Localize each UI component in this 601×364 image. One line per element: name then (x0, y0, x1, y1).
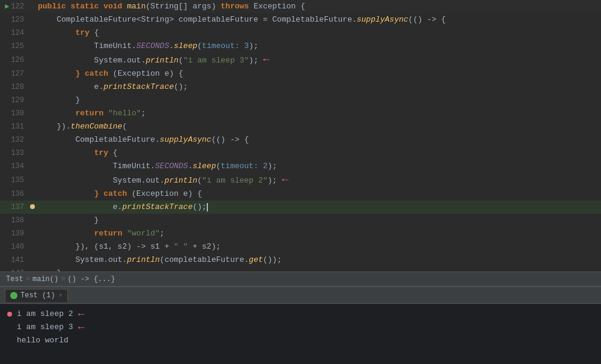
line-content-132: CompletableFuture.supplyAsync(() -> { (35, 133, 601, 147)
line-bp-128 (30, 80, 35, 94)
code-line-140: 140 }), (s1, s2) -> s1 + " " + s2); (0, 240, 601, 253)
line-content-123: CompletableFuture<String> completableFut… (35, 13, 601, 26)
line-content-137: e.printStackTrace(); (35, 201, 601, 214)
line-number-129: 129 (0, 94, 30, 107)
terminal-line-1: i am sleep 3← (7, 321, 594, 334)
code-line-133: 133 try { (0, 147, 601, 160)
line-bp-132 (30, 133, 35, 147)
line-number-137: 137 (0, 201, 30, 214)
code-line-141: 141 System.out.println(completableFuture… (0, 253, 601, 267)
line-content-136: } catch (Exception e) { (35, 187, 601, 201)
line-number-122: ▶122 (0, 0, 30, 13)
terminal-tab-close[interactable]: × (59, 292, 63, 299)
code-line-128: 128 e.printStackTrace(); (0, 80, 601, 94)
line-content-129: } (35, 94, 601, 107)
line-bp-129 (30, 94, 35, 107)
line-bp-126 (30, 53, 35, 67)
code-line-126: 126 System.out.println("i am sleep 3");← (0, 53, 601, 67)
line-number-142: 142 (0, 267, 30, 271)
line-number-131: 131 (0, 120, 30, 133)
line-content-134: TimeUnit.SECONDS.sleep(timeout: 2); (35, 160, 601, 173)
line-number-130: 130 (0, 107, 30, 120)
terminal-arrow-1: ← (78, 321, 85, 334)
line-content-124: try { (35, 26, 601, 40)
code-line-136: 136 } catch (Exception e) { (0, 187, 601, 201)
line-content-140: }), (s1, s2) -> s1 + " " + s2); (35, 240, 601, 253)
terminal-dot (7, 312, 12, 317)
breadcrumb: Test > main() > () -> {...} (0, 271, 601, 286)
line-content-138: } (35, 214, 601, 227)
line-bp-142 (30, 267, 35, 271)
arrow-annotation-135: ← (282, 174, 288, 186)
code-line-135: 135 System.out.println("i am sleep 2");← (0, 173, 601, 187)
line-number-140: 140 (0, 240, 30, 253)
code-line-129: 129 } (0, 94, 601, 107)
line-number-141: 141 (0, 253, 30, 267)
line-bp-123 (30, 13, 35, 26)
breadcrumb-sep2: > (61, 275, 65, 284)
code-line-134: 134 TimeUnit.SECONDS.sleep(timeout: 2); (0, 160, 601, 173)
line-content-128: e.printStackTrace(); (35, 80, 601, 94)
line-bp-135 (30, 173, 35, 187)
arrow-annotation-126: ← (263, 53, 270, 65)
code-line-127: 127 } catch (Exception e) { (0, 67, 601, 80)
code-line-137: 137 e.printStackTrace(); (0, 201, 601, 214)
line-number-139: 139 (0, 227, 30, 240)
line-number-128: 128 (0, 80, 30, 94)
line-bp-130 (30, 107, 35, 120)
terminal-line-2: hello world (7, 334, 594, 347)
terminal-arrow-0: ← (78, 308, 85, 321)
line-number-127: 127 (0, 67, 30, 80)
line-number-124: 124 (0, 26, 30, 40)
line-bp-125 (30, 40, 35, 53)
breadcrumb-lambda: () -> {...} (67, 275, 115, 284)
terminal-line-text: i am sleep 2 (17, 308, 73, 321)
line-bp-137 (30, 201, 35, 214)
line-number-135: 135 (0, 173, 30, 187)
terminal-tab-test[interactable]: Test (1) × (5, 289, 68, 302)
line-content-131: }).thenCombine( (35, 120, 601, 133)
terminal-line-text: hello world (17, 334, 69, 347)
line-number-136: 136 (0, 187, 30, 201)
line-number-123: 123 (0, 13, 30, 26)
line-content-122: public static void main(String[] args) t… (35, 0, 601, 13)
line-bp-124 (30, 26, 35, 40)
line-content-130: return "hello"; (35, 107, 601, 120)
code-line-124: 124 try { (0, 26, 601, 40)
line-content-141: System.out.println(completableFuture.get… (35, 253, 601, 267)
code-line-138: 138 } (0, 214, 601, 227)
line-number-132: 132 (0, 133, 30, 147)
code-line-142: 142 } (0, 267, 601, 271)
line-bp-138 (30, 214, 35, 227)
code-line-132: 132 CompletableFuture.supplyAsync(() -> … (0, 133, 601, 147)
line-bp-139 (30, 227, 35, 240)
line-number-134: 134 (0, 160, 30, 173)
code-line-125: 125 TimeUnit.SECONDS.sleep(timeout: 3); (0, 40, 601, 53)
breadcrumb-file: Test (6, 275, 23, 284)
line-bp-141 (30, 253, 35, 267)
line-number-125: 125 (0, 40, 30, 53)
line-content-125: TimeUnit.SECONDS.sleep(timeout: 3); (35, 40, 601, 53)
cursor (207, 203, 208, 211)
line-bp-140 (30, 240, 35, 253)
terminal-line-0: i am sleep 2← (7, 308, 594, 321)
breadcrumb-method: main() (32, 275, 58, 284)
code-line-139: 139 return "world"; (0, 227, 601, 240)
line-content-142: } (35, 267, 601, 271)
line-bp-134 (30, 160, 35, 173)
code-line-130: 130 return "hello"; (0, 107, 601, 120)
run-icon (10, 292, 17, 299)
line-bp-131 (30, 120, 35, 133)
line-content-133: try { (35, 147, 601, 160)
code-lines: ▶122public static void main(String[] arg… (0, 0, 601, 271)
breadcrumb-sep1: > (26, 275, 30, 284)
line-content-139: return "world"; (35, 227, 601, 240)
code-line-122: ▶122public static void main(String[] arg… (0, 0, 601, 13)
code-editor: ▶122public static void main(String[] arg… (0, 0, 601, 271)
terminal-tabs-bar: Test (1) × (0, 287, 601, 304)
code-line-123: 123 CompletableFuture<String> completabl… (0, 13, 601, 26)
line-number-138: 138 (0, 214, 30, 227)
line-bp-133 (30, 147, 35, 160)
line-bp-127 (30, 67, 35, 80)
line-content-126: System.out.println("i am sleep 3");← (35, 53, 601, 67)
